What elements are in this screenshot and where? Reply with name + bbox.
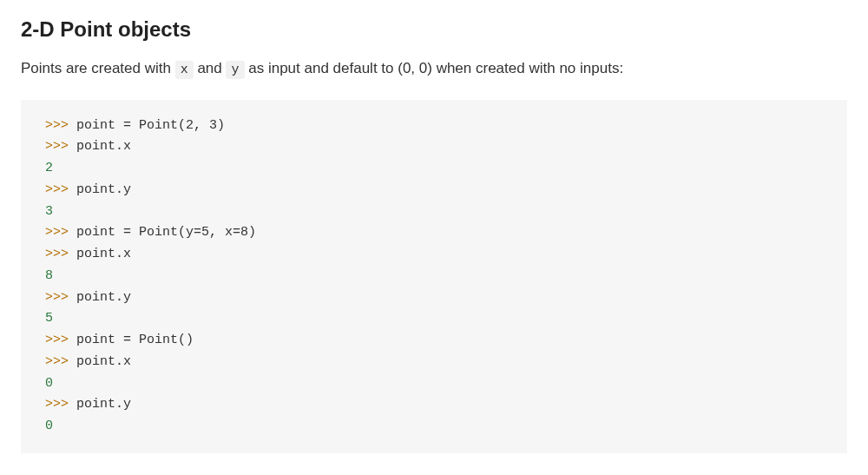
repl-prompt: >>> (45, 118, 76, 133)
intro-text-1: Points are created with (21, 60, 175, 76)
intro-text-2: and (194, 60, 227, 76)
repl-input: point.y (76, 290, 131, 305)
repl-output: 0 (45, 419, 53, 433)
repl-prompt: >>> (45, 139, 76, 154)
repl-input: point = Point() (76, 333, 194, 347)
intro-text-3: as input and default to (0, 0) when crea… (245, 60, 624, 76)
repl-prompt: >>> (45, 354, 76, 369)
repl-input: point.x (76, 354, 131, 369)
repl-input: point.x (76, 247, 131, 261)
repl-output: 2 (45, 161, 53, 175)
repl-output: 5 (45, 311, 53, 326)
repl-output: 0 (45, 376, 53, 391)
section-heading: 2-D Point objects (21, 17, 847, 42)
repl-input: point.y (76, 182, 131, 197)
inline-code-x: x (175, 61, 194, 79)
repl-input: point = Point(2, 3) (76, 118, 225, 133)
repl-input: point.x (76, 139, 131, 154)
repl-prompt: >>> (45, 182, 76, 197)
repl-output: 8 (45, 268, 53, 283)
repl-prompt: >>> (45, 290, 76, 305)
repl-input: point.y (76, 397, 131, 412)
repl-prompt: >>> (45, 225, 76, 240)
code-block: >>> point = Point(2, 3) >>> point.x 2 >>… (21, 100, 847, 453)
repl-prompt: >>> (45, 333, 76, 347)
repl-prompt: >>> (45, 247, 76, 261)
inline-code-y: y (226, 61, 244, 79)
repl-prompt: >>> (45, 397, 76, 412)
repl-output: 3 (45, 204, 53, 219)
repl-input: point = Point(y=5, x=8) (76, 225, 256, 240)
intro-paragraph: Points are created with x and y as input… (21, 57, 847, 81)
